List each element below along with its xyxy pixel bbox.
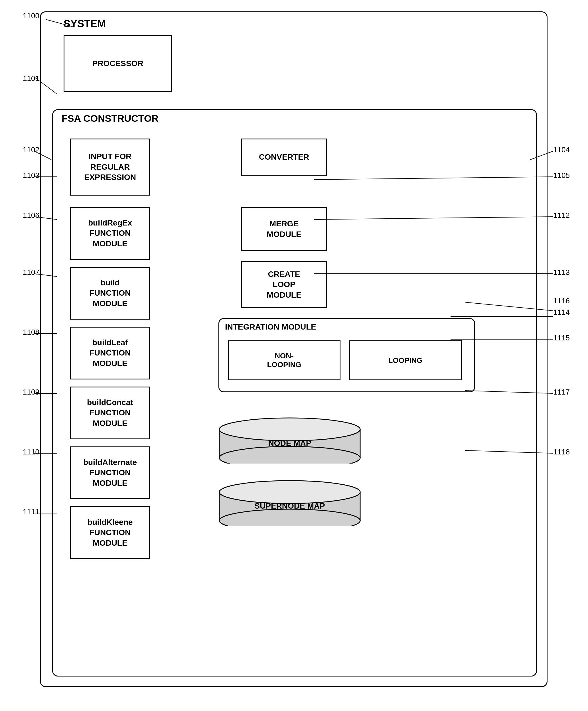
fsa-title: FSA CONSTRUCTOR bbox=[62, 113, 159, 124]
build-regex-box: buildRegExFUNCTIONMODULE bbox=[70, 207, 150, 260]
ref-1108: 1108 bbox=[23, 328, 39, 337]
input-regex-label: INPUT FORREGULAREXPRESSION bbox=[84, 151, 136, 182]
ref-1114: 1114 bbox=[553, 308, 570, 317]
build-concat-box: buildConcatFUNCTIONMODULE bbox=[70, 387, 150, 439]
ref-1102: 1102 bbox=[23, 145, 39, 154]
ref-1101: 1101 bbox=[23, 74, 39, 83]
ref-1106: 1106 bbox=[23, 211, 39, 220]
supernode-map-wrapper: SUPERNODE MAP bbox=[218, 475, 361, 526]
ref-1110: 1110 bbox=[23, 448, 39, 456]
build-leaf-box: buildLeafFUNCTIONMODULE bbox=[70, 327, 150, 380]
ref-1107: 1107 bbox=[23, 268, 39, 277]
ref-1100: 1100 bbox=[23, 12, 39, 20]
supernode-map-cylinder: SUPERNODE MAP bbox=[218, 475, 361, 526]
non-looping-box: NON-LOOPING bbox=[228, 340, 340, 380]
ref-1115: 1115 bbox=[553, 333, 570, 342]
build-func-box: buildFUNCTIONMODULE bbox=[70, 267, 150, 320]
create-loop-box: CREATELOOPMODULE bbox=[241, 261, 327, 308]
svg-point-24 bbox=[219, 481, 360, 503]
system-box: SYSTEM PROCESSOR FSA CONSTRUCTOR INPUT F… bbox=[40, 12, 547, 687]
ref-1103: 1103 bbox=[23, 171, 39, 180]
node-map-wrapper: NODE MAP bbox=[218, 412, 361, 464]
ref-1112: 1112 bbox=[553, 211, 570, 220]
build-alternate-label: buildAlternateFUNCTIONMODULE bbox=[83, 457, 137, 488]
integration-title: INTEGRATION MODULE bbox=[225, 322, 316, 331]
input-regex-box: INPUT FORREGULAREXPRESSION bbox=[70, 138, 150, 196]
build-concat-label: buildConcatFUNCTIONMODULE bbox=[87, 397, 133, 429]
merge-module-box: MERGEMODULE bbox=[241, 207, 327, 251]
svg-text:NODE MAP: NODE MAP bbox=[268, 439, 311, 448]
ref-1105: 1105 bbox=[553, 171, 570, 180]
ref-1109: 1109 bbox=[23, 388, 39, 396]
build-regex-label: buildRegExFUNCTIONMODULE bbox=[88, 218, 132, 249]
build-leaf-label: buildLeafFUNCTIONMODULE bbox=[89, 338, 131, 369]
ref-1104: 1104 bbox=[553, 145, 570, 154]
integration-inner: NON-LOOPING LOOPING bbox=[225, 338, 464, 383]
converter-label: CONVERTER bbox=[259, 152, 309, 162]
ref-1111: 1111 bbox=[23, 508, 39, 516]
create-loop-label: CREATELOOPMODULE bbox=[267, 269, 301, 300]
merge-module-label: MERGEMODULE bbox=[267, 219, 301, 239]
ref-1113: 1113 bbox=[553, 268, 570, 277]
ref-1118: 1118 bbox=[553, 448, 570, 456]
system-title: SYSTEM bbox=[64, 18, 106, 30]
processor-box: PROCESSOR bbox=[64, 35, 172, 92]
build-alternate-box: buildAlternateFUNCTIONMODULE bbox=[70, 447, 150, 499]
integration-outer-box: INTEGRATION MODULE NON-LOOPING LOOPING bbox=[218, 318, 475, 392]
svg-point-20 bbox=[219, 418, 360, 441]
processor-label: PROCESSOR bbox=[92, 59, 143, 69]
converter-box: CONVERTER bbox=[241, 138, 327, 176]
ref-1116: 1116 bbox=[553, 297, 570, 305]
diagram-wrapper: 1100 bbox=[23, 12, 565, 701]
build-func-label: buildFUNCTIONMODULE bbox=[89, 278, 131, 309]
looping-box: LOOPING bbox=[349, 340, 462, 380]
looping-label: LOOPING bbox=[388, 356, 423, 365]
build-kleene-box: buildKleeneFUNCTIONMODULE bbox=[70, 506, 150, 559]
node-map-cylinder: NODE MAP bbox=[218, 412, 361, 464]
svg-text:SUPERNODE MAP: SUPERNODE MAP bbox=[254, 501, 325, 510]
build-kleene-label: buildKleeneFUNCTIONMODULE bbox=[87, 517, 133, 548]
fsa-constructor-box: FSA CONSTRUCTOR INPUT FORREGULAREXPRESSI… bbox=[52, 109, 537, 676]
ref-1117: 1117 bbox=[553, 388, 570, 396]
non-looping-label: NON-LOOPING bbox=[267, 351, 301, 369]
